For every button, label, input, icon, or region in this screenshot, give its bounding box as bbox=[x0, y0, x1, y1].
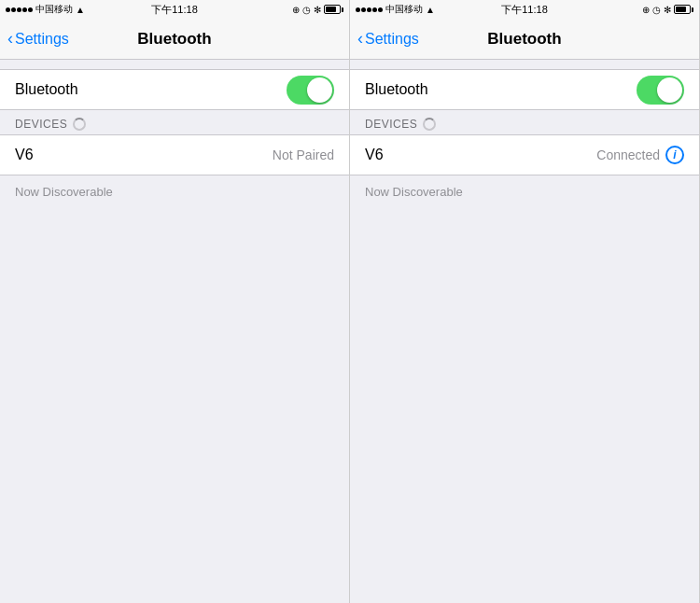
signal-dot-4 bbox=[22, 7, 27, 12]
back-label-right: Settings bbox=[365, 31, 419, 48]
bottom-area-right bbox=[350, 208, 699, 603]
toggle-knob-right bbox=[657, 77, 682, 103]
bluetooth-status-icon: ✻ bbox=[314, 5, 321, 15]
toggle-knob-left bbox=[307, 77, 332, 103]
device-status-left: Not Paired bbox=[273, 147, 334, 162]
alarm-icon-right: ◷ bbox=[652, 5, 661, 15]
battery-tip-right bbox=[692, 7, 693, 12]
device-status-text-right: Connected bbox=[596, 147, 660, 162]
status-bar-left: 中国移动 ▲ 下午11:18 ⊕ ◷ ✻ bbox=[0, 0, 349, 19]
bluetooth-toggle-right[interactable] bbox=[637, 76, 684, 105]
discoverable-text-right: Now Discoverable bbox=[350, 175, 699, 208]
battery-fill bbox=[326, 7, 336, 12]
status-right-right: ⊕ ◷ ✻ bbox=[642, 5, 693, 15]
location-icon: ⊕ bbox=[292, 5, 300, 15]
time-text-right: 下午11:18 bbox=[501, 3, 548, 17]
signal-dots-right bbox=[356, 7, 383, 12]
status-left: 中国移动 ▲ bbox=[6, 3, 85, 16]
battery-body-right bbox=[674, 5, 691, 14]
bluetooth-status-icon-right: ✻ bbox=[664, 5, 671, 15]
device-status-right: Connected i bbox=[596, 146, 684, 164]
signal-dot-r1 bbox=[356, 7, 360, 12]
status-bar-right: 中国移动 ▲ 下午11:18 ⊕ ◷ ✻ bbox=[350, 0, 699, 19]
signal-dot-5 bbox=[28, 7, 33, 12]
battery-body bbox=[324, 5, 341, 14]
back-chevron-icon: ‹ bbox=[7, 29, 13, 49]
device-name-right: V6 bbox=[365, 147, 384, 163]
wifi-icon: ▲ bbox=[76, 5, 85, 15]
carrier-text-right: 中国移动 bbox=[385, 3, 423, 16]
bluetooth-label-right: Bluetooth bbox=[365, 81, 428, 98]
loading-spinner-left bbox=[73, 118, 86, 131]
signal-dot-r3 bbox=[367, 7, 371, 12]
signal-dot-2 bbox=[11, 7, 16, 12]
nav-bar-left: ‹ Settings Bluetooth bbox=[0, 19, 349, 60]
devices-label-right: DEVICES bbox=[365, 118, 417, 131]
left-screen: 中国移动 ▲ 下午11:18 ⊕ ◷ ✻ ‹ Settings Bluetoot… bbox=[0, 0, 350, 603]
bottom-area-left bbox=[0, 208, 349, 603]
back-button-right[interactable]: ‹ Settings bbox=[357, 30, 419, 49]
back-button-left[interactable]: ‹ Settings bbox=[7, 30, 69, 49]
nav-bar-right: ‹ Settings Bluetooth bbox=[350, 19, 699, 60]
status-right: ⊕ ◷ ✻ bbox=[292, 5, 343, 15]
signal-dot-3 bbox=[17, 7, 21, 12]
devices-label-left: DEVICES bbox=[15, 118, 67, 131]
separator-top-right bbox=[350, 60, 699, 69]
device-status-text-left: Not Paired bbox=[273, 147, 334, 162]
device-name-left: V6 bbox=[15, 147, 34, 163]
back-label-left: Settings bbox=[15, 31, 69, 48]
device-row-left[interactable]: V6 Not Paired bbox=[0, 134, 349, 175]
alarm-icon: ◷ bbox=[302, 5, 311, 15]
battery-icon-right bbox=[674, 5, 693, 14]
wifi-icon-right: ▲ bbox=[426, 5, 435, 15]
time-text: 下午11:18 bbox=[151, 3, 198, 17]
info-icon-right[interactable]: i bbox=[665, 146, 684, 164]
devices-header-left: DEVICES bbox=[0, 110, 349, 134]
battery-fill-right bbox=[676, 7, 686, 12]
battery-tip bbox=[342, 7, 343, 12]
page-title-right: Bluetooth bbox=[487, 30, 561, 49]
devices-header-right: DEVICES bbox=[350, 110, 699, 134]
right-screen: 中国移动 ▲ 下午11:18 ⊕ ◷ ✻ ‹ Settings Bluetoot… bbox=[350, 0, 700, 603]
separator-top-left bbox=[0, 60, 349, 69]
bluetooth-toggle-row-left: Bluetooth bbox=[0, 69, 349, 110]
signal-dot-r2 bbox=[361, 7, 366, 12]
bluetooth-toggle-row-right: Bluetooth bbox=[350, 69, 699, 110]
status-left-right: 中国移动 ▲ bbox=[356, 3, 435, 16]
signal-dot-1 bbox=[6, 7, 10, 12]
location-icon-right: ⊕ bbox=[642, 5, 650, 15]
back-chevron-icon-right: ‹ bbox=[357, 29, 363, 49]
bluetooth-label-left: Bluetooth bbox=[15, 81, 78, 98]
signal-dot-r4 bbox=[372, 7, 377, 12]
device-row-right[interactable]: V6 Connected i bbox=[350, 134, 699, 175]
carrier-text: 中国移动 bbox=[35, 3, 73, 16]
signal-dot-r5 bbox=[378, 7, 383, 12]
signal-dots bbox=[6, 7, 33, 12]
bluetooth-toggle-left[interactable] bbox=[287, 76, 334, 105]
discoverable-text-left: Now Discoverable bbox=[0, 175, 349, 208]
battery-icon bbox=[324, 5, 343, 14]
page-title-left: Bluetooth bbox=[137, 30, 211, 49]
loading-spinner-right bbox=[423, 118, 436, 131]
